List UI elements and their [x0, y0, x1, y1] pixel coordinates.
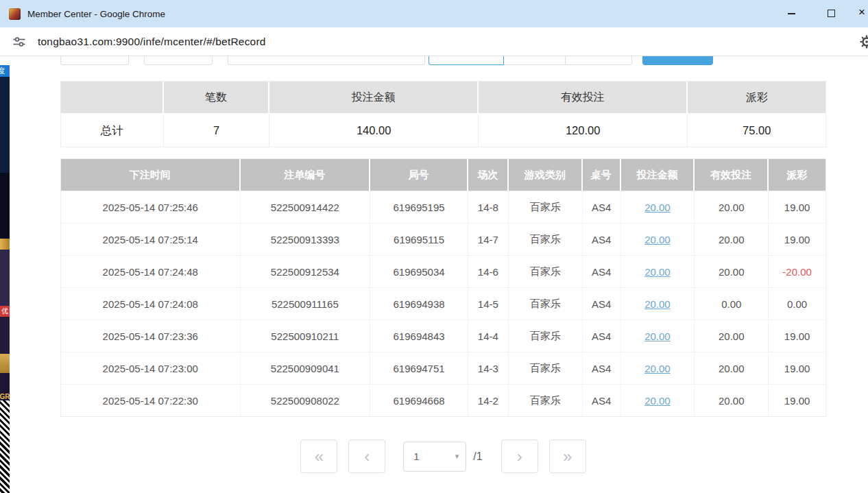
cell-bet-id: 522500912534: [241, 256, 371, 287]
cell-bet-amount-link[interactable]: 20.00: [621, 256, 695, 287]
column-header-bet-time: 下注时间: [61, 159, 241, 191]
summary-total-count: 7: [164, 115, 270, 147]
prev-page-button[interactable]: ‹: [348, 440, 385, 473]
cell-session: 14-7: [468, 224, 509, 255]
cell-game-type: 百家乐: [509, 320, 583, 352]
first-page-button[interactable]: «: [300, 440, 337, 473]
cell-bet-amount-link[interactable]: 20.00: [621, 224, 695, 255]
summary-header-count: 笔数: [164, 82, 270, 115]
quick-range-button-partial[interactable]: [504, 56, 566, 65]
summary-total-bet-amount: 140.00: [269, 115, 478, 147]
cell-table-no: AS4: [583, 352, 621, 384]
summary-header-row: 笔数 投注金额 有效投注 派彩: [61, 82, 825, 115]
cell-bet-time: 2025-05-14 07:22:30: [61, 385, 241, 416]
cell-game-type: 百家乐: [509, 256, 583, 287]
cell-valid-bet: 20.00: [695, 352, 769, 384]
strip-segment: [0, 317, 10, 354]
url-text[interactable]: tongbao31.com:9900/infe/mcenter/#/betRec…: [38, 36, 266, 48]
table-row: 2025-05-14 07:24:48 522500912534 6196950…: [61, 255, 825, 287]
cell-payout: 19.00: [769, 191, 825, 223]
cell-round-id: 619694843: [370, 320, 468, 352]
filter-button-partial[interactable]: [60, 56, 129, 65]
cell-payout: 19.00: [769, 385, 825, 416]
table-row: 2025-05-14 07:23:36 522500910211 6196948…: [61, 320, 825, 352]
strip-segment: [0, 173, 10, 239]
summary-header-blank: [61, 82, 164, 115]
summary-header-bet-amount: 投注金额: [269, 82, 478, 115]
quick-range-button-partial[interactable]: [566, 56, 632, 65]
strip-segment: [0, 239, 10, 250]
cell-valid-bet: 20.00: [695, 385, 769, 416]
cell-bet-id: 522500914422: [241, 191, 371, 223]
column-header-bet-id: 注单编号: [241, 159, 371, 191]
cell-bet-amount-link[interactable]: 20.00: [621, 191, 695, 223]
table-row: 2025-05-14 07:25:46 522500914422 6196951…: [61, 191, 825, 223]
cell-bet-id: 522500909041: [241, 352, 371, 384]
cell-bet-time: 2025-05-14 07:25:46: [61, 191, 241, 223]
cell-table-no: AS4: [583, 224, 621, 255]
minimize-button[interactable]: [788, 13, 795, 14]
cell-payout: -20.00: [769, 256, 825, 287]
filter-button-partial[interactable]: [144, 56, 213, 65]
cell-bet-time: 2025-05-14 07:24:48: [61, 256, 241, 287]
cell-game-type: 百家乐: [509, 191, 583, 223]
quick-range-button-active-partial[interactable]: [429, 56, 504, 65]
cell-valid-bet: 20.00: [695, 191, 769, 223]
cell-valid-bet: 20.00: [695, 224, 769, 255]
cell-bet-amount-link[interactable]: 20.00: [621, 288, 695, 320]
cell-session: 14-2: [468, 385, 509, 416]
cell-game-type: 百家乐: [509, 288, 583, 320]
cell-round-id: 619694668: [370, 385, 468, 416]
table-row: 2025-05-14 07:22:30 522500908022 6196946…: [61, 384, 825, 416]
cell-round-id: 619694938: [370, 288, 468, 320]
close-button[interactable]: ×: [858, 5, 868, 19]
search-button-partial[interactable]: [642, 56, 713, 65]
cell-bet-id: 522500911165: [241, 288, 371, 320]
cell-table-no: AS4: [583, 288, 621, 320]
cell-session: 14-4: [468, 320, 509, 352]
cell-bet-amount-link[interactable]: 20.00: [621, 320, 695, 352]
cell-payout: 19.00: [769, 352, 825, 384]
cell-table-no: AS4: [583, 320, 621, 352]
gear-icon[interactable]: [860, 35, 868, 49]
bet-record-page: 笔数 投注金额 有效投注 派彩 总计 7 140.00 120.00 75.00…: [60, 56, 826, 473]
background-page-strip: 度 优 GR: [0, 65, 10, 493]
summary-total-valid-bet: 120.00: [479, 115, 688, 147]
summary-table: 笔数 投注金额 有效投注 派彩 总计 7 140.00 120.00 75.00: [60, 81, 826, 147]
filter-toolbar-cutoff: [60, 56, 826, 65]
page-select[interactable]: 1 ▾: [403, 442, 466, 472]
column-header-table-no: 桌号: [583, 159, 621, 191]
cell-bet-time: 2025-05-14 07:25:14: [61, 224, 241, 255]
cell-round-id: 619694751: [370, 352, 468, 384]
cell-valid-bet: 0.00: [695, 288, 769, 320]
summary-header-valid-bet: 有效投注: [479, 82, 688, 115]
chevron-down-icon: ▾: [455, 452, 459, 461]
cell-table-no: AS4: [583, 256, 621, 287]
cell-bet-amount-link[interactable]: 20.00: [621, 385, 695, 416]
bet-record-table: 下注时间 注单编号 局号 场次 游戏类别 桌号 投注金额 有效投注 派彩 202…: [60, 158, 826, 417]
cell-session: 14-5: [468, 288, 509, 320]
cell-session: 14-8: [468, 191, 509, 223]
maximize-button[interactable]: [828, 10, 835, 17]
table-row: 2025-05-14 07:25:14 522500913393 6196951…: [61, 223, 825, 255]
last-page-button[interactable]: »: [549, 440, 586, 473]
summary-total-row: 总计 7 140.00 120.00 75.00: [61, 115, 825, 147]
strip-segment: 度: [0, 65, 10, 77]
window-titlebar: Member Center - Google Chrome ×: [0, 0, 868, 27]
summary-total-label: 总计: [61, 115, 164, 147]
cell-bet-time: 2025-05-14 07:23:00: [61, 352, 241, 384]
cell-table-no: AS4: [583, 191, 621, 223]
cell-payout: 19.00: [769, 320, 825, 352]
cell-round-id: 619695034: [370, 256, 468, 287]
strip-segment: GR: [0, 373, 10, 400]
address-bar[interactable]: tongbao31.com:9900/infe/mcenter/#/betRec…: [0, 27, 868, 56]
cell-session: 14-6: [468, 256, 509, 287]
cell-session: 14-3: [468, 352, 509, 384]
cell-bet-id: 522500913393: [241, 224, 371, 255]
date-range-input-partial[interactable]: [228, 56, 425, 65]
cell-payout: 0.00: [769, 288, 825, 320]
next-page-button[interactable]: ›: [501, 440, 538, 473]
cell-bet-amount-link[interactable]: 20.00: [621, 352, 695, 384]
site-settings-icon[interactable]: [12, 35, 26, 49]
qr-pattern: [0, 400, 10, 493]
